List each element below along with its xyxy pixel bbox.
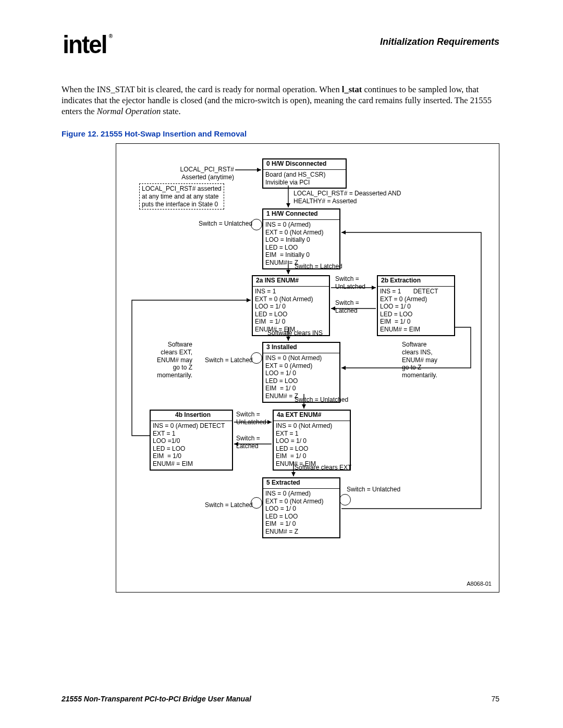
label-sw-clears-ext: Software clears EXT bbox=[295, 464, 351, 472]
label-switch-latched-1: Switch = Latched bbox=[295, 263, 342, 270]
label-switch-unlatched-4b4a: Switch = UnLatched bbox=[236, 411, 266, 426]
label-switch-unlatched-1: Switch = Unlatched bbox=[199, 220, 252, 228]
figure-caption: Figure 12. 21555 Hot-Swap Insertion and … bbox=[62, 129, 499, 138]
label-sw-clears-ins: Software clears INS bbox=[267, 329, 323, 337]
node-0: 0 H/W Disconnected Board (and HS_CSR) In… bbox=[262, 158, 347, 189]
node-5: 5 Extracted INS = 0 (Armed) EXT = 0 (Not… bbox=[262, 477, 340, 538]
reset-note: LOCAL_PCI_RST# asserted at any time and … bbox=[139, 183, 224, 209]
right-side-note: Software clears INS, ENUM# may go to Z m… bbox=[402, 341, 437, 379]
label-switch-unlatched-5: Switch = Unlatched bbox=[347, 486, 400, 493]
arrow-label-0-1: LOCAL_PCI_RST# = Deasserted AND HEALTHY#… bbox=[293, 190, 401, 205]
node-1: 1 H/W Connected INS = 0 (Armed) EXT = 0 … bbox=[262, 208, 340, 269]
node-2a: 2a INS ENUM# INS = 1 EXT = 0 (Not Armed)… bbox=[252, 275, 330, 336]
node-3: 3 Installed INS = 0 (Not Armed) EXT = 0 … bbox=[262, 342, 340, 402]
reset-label: LOCAL_PCI_RST# Asserted (anytime) bbox=[161, 166, 234, 181]
page-number: 75 bbox=[491, 695, 499, 703]
label-switch-latched-4b4a: Switch = Latched bbox=[236, 435, 260, 450]
label-switch-latched-5: Switch = Latched bbox=[205, 501, 253, 509]
left-side-note: Software clears EXT, ENUM# may go to Z m… bbox=[145, 341, 192, 379]
node-2b: 2b Extraction INS = 1 DETECT EXT = 0 (Ar… bbox=[377, 275, 455, 336]
label-switch-unlatched-3: Switch = Unlatched bbox=[295, 396, 348, 404]
node-4a: 4a EXT ENUM# INS = 0 (Not Armed) EXT = 1… bbox=[273, 410, 351, 470]
body-paragraph: When the INS_STAT bit is cleared, the ca… bbox=[62, 84, 499, 117]
node-4b: 4b Insertion INS = 0 (Armed) DETECT EXT … bbox=[150, 410, 233, 470]
section-title: Initialization Requirements bbox=[380, 36, 499, 47]
footer-title: 21555 Non-Transparent PCI-to-PCI Bridge … bbox=[62, 695, 251, 703]
logo: intel® bbox=[62, 30, 111, 59]
art-id: A8068-01 bbox=[467, 581, 492, 587]
label-switch-latched-3l: Switch = Latched bbox=[205, 356, 253, 364]
diagram: LOCAL_PCI_RST# Asserted (anytime) LOCAL_… bbox=[116, 143, 499, 593]
label-switch-latched-2a2b: Switch = Latched bbox=[335, 299, 359, 314]
label-switch-unlatched-2a2b: Switch = UnLatched bbox=[335, 275, 365, 290]
